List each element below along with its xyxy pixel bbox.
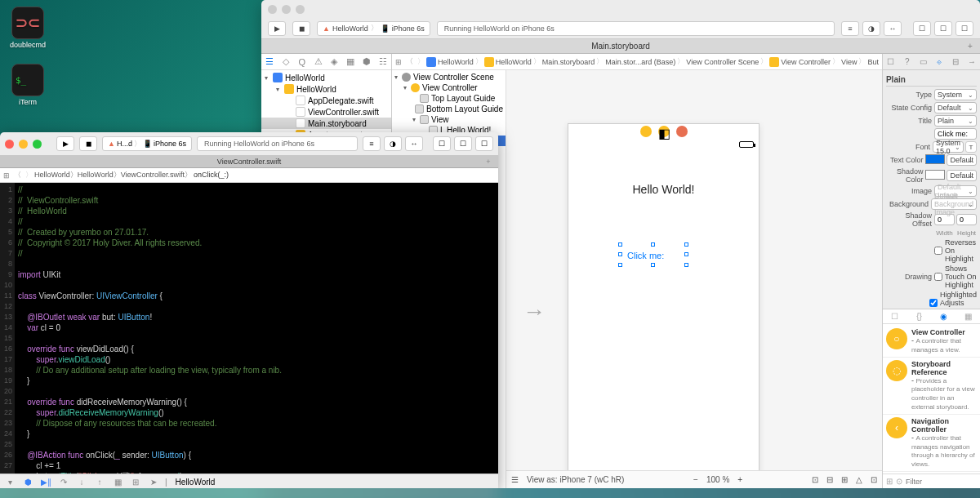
run-button[interactable]: ▶	[268, 21, 286, 36]
continue-button[interactable]: ▶∥	[39, 478, 52, 487]
constraint-embed-icon[interactable]: ⊡	[871, 475, 877, 484]
exit-icon[interactable]	[676, 126, 688, 137]
nav-tab-report-icon[interactable]: ☷	[375, 54, 391, 69]
highlighted-adj-check[interactable]	[929, 299, 938, 307]
toggle-navigator-button[interactable]: ☐	[913, 21, 931, 36]
editor-standard-button[interactable]: ≡	[363, 136, 381, 151]
run-button[interactable]: ▶	[56, 136, 74, 151]
step-out-button[interactable]: ↑	[93, 478, 106, 487]
constraint-resolve-icon[interactable]: △	[856, 475, 862, 484]
memory-button[interactable]: ⊞	[129, 478, 142, 487]
constraint-update-icon[interactable]: ⊡	[812, 475, 818, 484]
font-select[interactable]: System 15.0	[933, 141, 964, 153]
jump-segment[interactable]: Main.storyboard	[542, 58, 595, 66]
related-items-icon[interactable]: ⊞	[395, 58, 402, 66]
scheme-selector[interactable]: ▲H...d 〉 📱iPhone 6s	[102, 136, 192, 151]
toggle-debug-button[interactable]: ☐	[454, 136, 472, 151]
shadow-color-well[interactable]	[925, 170, 945, 180]
hide-debug-button[interactable]: ▾	[3, 478, 16, 487]
nav-item-appdelegate-swift[interactable]: AppDelegate.swift	[261, 95, 391, 106]
stop-button[interactable]: ◼	[79, 136, 97, 151]
editor-standard-button[interactable]: ≡	[841, 21, 859, 36]
zoom-in-button[interactable]: +	[737, 475, 742, 484]
first-responder-icon[interactable]: ◧	[658, 126, 670, 137]
editor-version-button[interactable]: ↔	[884, 21, 902, 36]
grid-icon[interactable]: ⊞	[886, 477, 893, 486]
jump-segment[interactable]: View	[841, 58, 857, 66]
library-filter-input[interactable]	[906, 478, 980, 486]
location-button[interactable]: ➤	[147, 478, 160, 487]
click-me-button[interactable]: Click me:	[627, 251, 664, 260]
editor-assistant-button[interactable]: ◑	[384, 136, 402, 151]
jump-segment[interactable]: View Controller Scene	[686, 58, 759, 66]
back-button[interactable]: 〈	[406, 56, 413, 67]
scene-view-controller[interactable]: ◧ Hello World! Click me:	[568, 123, 760, 474]
minimize-button[interactable]	[19, 140, 28, 149]
outline-item[interactable]: Bottom Layout Guide	[392, 104, 506, 114]
jump-segment[interactable]: HelloWorld	[484, 57, 532, 67]
desktop-icon-doublecmd[interactable]: ⊃⊂ doublecmd	[8, 7, 47, 49]
jump-segment[interactable]: View Controller	[769, 57, 831, 67]
lib-tab-file-icon[interactable]: ☐	[883, 309, 907, 323]
title-text-input[interactable]	[934, 128, 977, 140]
reverses-check[interactable]	[934, 247, 942, 255]
shows-touch-check[interactable]	[934, 273, 942, 281]
toggle-navigator-button[interactable]: ☐	[433, 136, 451, 151]
editor-version-button[interactable]: ↔	[405, 136, 423, 151]
library-item[interactable]: ◌Storyboard Reference - Provides a place…	[883, 358, 980, 415]
tab[interactable]: Main.storyboard	[591, 42, 650, 51]
help-inspector-icon[interactable]: ?	[899, 54, 915, 69]
constraint-pin-icon[interactable]: ⊞	[841, 475, 848, 484]
nav-item-helloworld[interactable]: ▾HelloWorld	[261, 72, 391, 83]
jump-segment[interactable]: But	[867, 58, 879, 66]
background-select[interactable]: Default Background Image	[931, 198, 977, 210]
new-tab-button[interactable]: +	[964, 41, 977, 52]
state-config-select[interactable]: Default	[934, 102, 977, 113]
vc-icon[interactable]	[640, 126, 652, 137]
step-over-button[interactable]: ↷	[57, 478, 70, 487]
code-editor[interactable]: 1234567891011121314151617181920212223242…	[0, 183, 498, 474]
dock[interactable]	[0, 488, 980, 498]
breakpoints-button[interactable]: ⬢	[21, 478, 34, 487]
nav-tab-project-icon[interactable]: ☰	[261, 54, 278, 69]
nav-tab-issue-icon[interactable]: ⚠	[310, 54, 327, 69]
minimize-button[interactable]	[282, 5, 291, 14]
desktop-icon-iterm[interactable]: $_ iTerm	[8, 64, 47, 106]
nav-tab-find-icon[interactable]: Q	[294, 54, 310, 69]
jump-segment[interactable]: Main.stor...ard (Base)	[605, 58, 675, 66]
nav-tab-test-icon[interactable]: ◈	[327, 54, 343, 69]
outline-item[interactable]: ▾View	[392, 114, 506, 125]
nav-tab-symbol-icon[interactable]: ◇	[278, 54, 294, 69]
outline-toggle-icon[interactable]: ☰	[511, 475, 519, 484]
text-color-well[interactable]	[925, 154, 945, 164]
file-inspector-icon[interactable]: ☐	[883, 54, 899, 69]
library-item[interactable]: ‹Navigation Controller - A controller th…	[883, 415, 980, 472]
related-items-icon[interactable]: ⊞	[3, 171, 10, 180]
constraint-align-icon[interactable]: ⊟	[826, 475, 833, 484]
shadow-color-select[interactable]: Default	[947, 170, 977, 181]
scheme-selector[interactable]: ▲ HelloWorld 〉 📱 iPhone 6s	[317, 21, 430, 36]
debug-view-button[interactable]: ▦	[111, 478, 124, 487]
library-item[interactable]: ○View Controller - A controller that man…	[883, 326, 980, 358]
nav-tab-breakpoint-icon[interactable]: ⬢	[359, 54, 375, 69]
outline-item[interactable]: ▾View Controller	[392, 82, 506, 93]
stop-button[interactable]: ◼	[292, 21, 310, 36]
nav-tab-debug-icon[interactable]: ▦	[342, 54, 359, 69]
lib-tab-object-icon[interactable]: ◉	[931, 309, 956, 323]
close-button[interactable]	[5, 140, 14, 149]
view-as-label[interactable]: View as: iPhone 7 (wC hR)	[527, 475, 624, 484]
size-inspector-icon[interactable]: ⊟	[947, 54, 964, 69]
tab[interactable]: ViewController.swift	[217, 158, 281, 166]
title-type-select[interactable]: Plain	[934, 115, 977, 127]
nav-item-helloworld[interactable]: ▾HelloWorld	[261, 83, 391, 95]
type-select[interactable]: System	[934, 89, 977, 100]
jump-bar[interactable]: ⊞ 〈 〉 HelloWorld〉HelloWorld〉Main.storybo…	[392, 54, 882, 70]
toggle-debug-button[interactable]: ☐	[934, 21, 952, 36]
jump-segment[interactable]: HelloWorld	[426, 57, 474, 67]
outline-item[interactable]: Top Layout Guide	[392, 93, 506, 104]
editor-assistant-button[interactable]: ◑	[862, 21, 880, 36]
lib-tab-media-icon[interactable]: ▦	[956, 309, 980, 323]
connections-inspector-icon[interactable]: →	[964, 54, 980, 69]
lib-tab-code-icon[interactable]: {}	[907, 309, 932, 323]
forward-button[interactable]: 〉	[417, 56, 425, 67]
